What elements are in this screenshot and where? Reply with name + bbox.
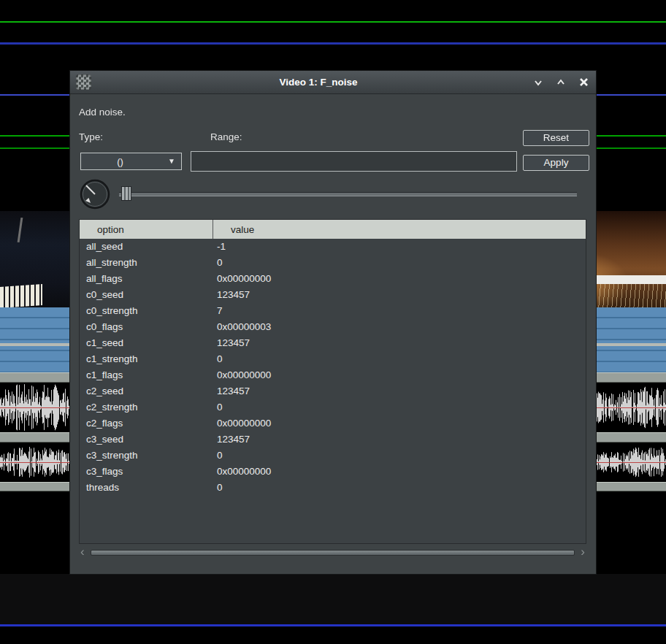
chevron-up-icon (555, 77, 567, 88)
table-row[interactable]: all_seed -1 (80, 239, 586, 255)
piano-keys-detail (0, 284, 42, 308)
table-row[interactable]: c3_seed 123457 (80, 432, 586, 448)
window-controls (532, 71, 590, 93)
timeline-green-line (0, 21, 666, 23)
horizontal-scrollbar[interactable]: ‹ › (79, 547, 586, 558)
table-row[interactable]: c0_strength 7 (80, 303, 586, 319)
value-cell: 0 (213, 399, 586, 415)
table-row[interactable]: c0_flags 0x00000003 (80, 319, 586, 335)
value-cell: 0 (213, 351, 586, 367)
table-row[interactable]: c2_strength 0 (80, 399, 586, 415)
range-input[interactable] (191, 151, 517, 172)
dial-knob[interactable] (79, 178, 111, 210)
type-dropdown[interactable]: () ▼ (80, 153, 182, 170)
shade-up-button[interactable] (554, 76, 567, 89)
close-icon (578, 77, 589, 88)
value-cell: 0x00000000 (213, 271, 586, 287)
option-cell: c0_seed (80, 287, 213, 303)
apply-button[interactable]: Apply (523, 155, 589, 171)
option-cell: c3_seed (80, 432, 213, 448)
option-cell: c0_flags (80, 319, 213, 335)
option-cell: c1_flags (80, 367, 213, 383)
type-dropdown-value: () (117, 156, 123, 167)
value-cell: 123457 (213, 432, 586, 448)
value-cell: 0 (213, 480, 586, 496)
table-header: option value (80, 220, 586, 239)
option-cell: all_seed (80, 239, 213, 255)
table-row[interactable]: c0_seed 123457 (80, 287, 586, 303)
option-cell: c0_strength (80, 303, 213, 319)
dropdown-arrow-icon: ▼ (168, 157, 175, 165)
reset-button[interactable]: Reset (523, 130, 589, 146)
value-cell: 123457 (213, 287, 586, 303)
range-label: Range: (210, 130, 242, 145)
value-cell: 0x00000000 (213, 415, 586, 432)
table-row[interactable]: all_strength 0 (80, 255, 586, 271)
timeline-bottom-area (0, 574, 666, 624)
value-slider-track[interactable] (119, 192, 577, 196)
table-row[interactable]: c3_strength 0 (80, 448, 586, 464)
option-cell: all_flags (80, 271, 213, 287)
fnoise-dialog: Video 1: F_noise (70, 71, 596, 574)
table-row[interactable]: all_flags 0x00000000 (80, 271, 586, 287)
value-cell: 0 (213, 255, 586, 271)
option-cell: c1_strength (80, 351, 213, 367)
value-cell: 0x00000000 (213, 367, 586, 383)
option-cell: all_strength (80, 255, 213, 271)
window-icon (76, 74, 91, 90)
table-body: all_seed -1 all_strength 0 all_flags 0x0… (80, 239, 586, 543)
scroll-right-icon[interactable]: › (581, 546, 585, 557)
scrollbar-thumb[interactable] (91, 550, 575, 556)
desktop: Video 1: F_noise (0, 0, 666, 644)
timeline-blue-line (0, 42, 666, 45)
table-row[interactable]: threads 0 (80, 480, 586, 496)
close-button[interactable] (577, 76, 590, 89)
table-row[interactable]: c2_flags 0x00000000 (80, 415, 586, 432)
shade-down-button[interactable] (532, 76, 545, 89)
table-row[interactable]: c1_flags 0x00000000 (80, 367, 586, 383)
option-cell: c3_strength (80, 448, 213, 464)
option-cell: c2_flags (80, 415, 213, 432)
option-cell: threads (80, 480, 213, 496)
value-slider-handle[interactable] (121, 186, 131, 201)
chevron-down-icon (532, 77, 544, 88)
value-cell: 0x00000000 (213, 464, 586, 480)
value-cell: 0x00000003 (213, 319, 586, 335)
value-cell: 123457 (213, 383, 586, 399)
column-header-value: value (213, 220, 586, 239)
value-cell: 7 (213, 303, 586, 319)
option-cell: c2_strength (80, 399, 213, 415)
options-table: option value all_seed -1 all_strength 0 … (79, 219, 586, 544)
table-row[interactable]: c1_seed 123457 (80, 335, 586, 351)
titlebar[interactable]: Video 1: F_noise (70, 71, 596, 94)
window-title: Video 1: F_noise (70, 71, 567, 93)
option-cell: c2_seed (80, 383, 213, 399)
column-header-option: option (80, 220, 213, 239)
description-text: Add noise. (79, 105, 126, 120)
table-row[interactable]: c1_strength 0 (80, 351, 586, 367)
option-cell: c3_flags (80, 464, 213, 480)
table-row[interactable]: c2_seed 123457 (80, 383, 586, 399)
table-row[interactable]: c3_flags 0x00000000 (80, 464, 586, 480)
type-label: Type: (79, 130, 103, 145)
value-cell: 0 (213, 448, 586, 464)
value-cell: -1 (213, 239, 586, 255)
option-cell: c1_seed (80, 335, 213, 351)
guitar-strings-detail (596, 284, 666, 307)
timeline-blue-line (0, 624, 666, 626)
scroll-left-icon[interactable]: ‹ (80, 546, 85, 557)
value-cell: 123457 (213, 335, 586, 351)
